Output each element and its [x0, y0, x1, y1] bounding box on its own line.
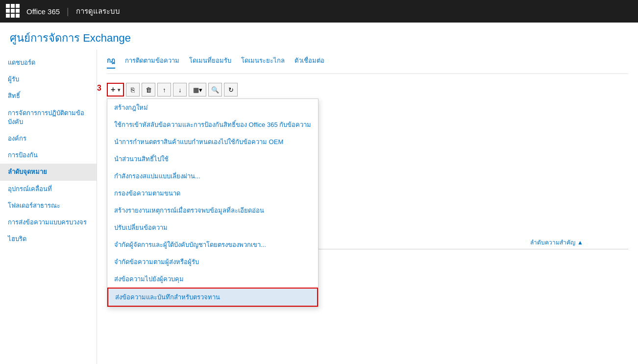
dropdown-item-8[interactable]: จำกัดผู้จัดการและผู้ใต้บังคับบัญชาโดยตรง…: [107, 236, 318, 253]
sidebar-item-compliance[interactable]: การจัดการการปฏิบัติตามข้อบังคับ: [0, 105, 97, 130]
dropdown-item-2[interactable]: นำการกำหนดตราสินค้าแบบกำหนดเองไปใช้กับข้…: [107, 133, 318, 150]
dropdown-item-7[interactable]: ปรับเปลี่ยนข้อความ: [107, 219, 318, 236]
move-up-button[interactable]: ↑: [157, 83, 171, 97]
copy-button[interactable]: ⎘: [126, 83, 140, 97]
sidebar: แดชบอร์ด ผู้รับ สิทธิ์ การจัดการการปฏิบั…: [0, 49, 97, 364]
col-priority-header[interactable]: ลำดับความสำคัญ ▲: [530, 238, 628, 247]
row-number: 3: [97, 84, 101, 93]
search-button[interactable]: 🔍: [208, 83, 222, 97]
content-area: กฎ การติดตามข้อความ โดเมนที่ยอมรับ โดเมน…: [97, 49, 638, 364]
refresh-icon: ↻: [228, 86, 234, 94]
sidebar-item-mobile[interactable]: อุปกรณ์เคลื่อนที่: [0, 181, 97, 197]
delete-icon: 🗑: [146, 86, 152, 94]
sidebar-item-recipients[interactable]: ผู้รับ: [0, 71, 97, 88]
page-title: ศูนย์การจัดการ Exchange: [10, 29, 628, 47]
sidebar-item-hybrid[interactable]: ไฮบริด: [0, 231, 97, 247]
topbar: Office 365 | การดูแลระบบ: [0, 0, 638, 23]
arrow-up-icon: ↑: [163, 86, 166, 94]
sidebar-item-dashboard[interactable]: แดชบอร์ด: [0, 54, 97, 71]
dropdown-item-1[interactable]: ใช้การเข้าหัสลับข้อความและการป้องกันสิทธ…: [107, 116, 318, 133]
toolbar: 3 + ▾ ⎘ 🗑 ↑ ↓: [107, 79, 628, 98]
sidebar-item-mail-flow[interactable]: ลำดับจุดหมาย: [0, 164, 97, 180]
delete-button[interactable]: 🗑: [142, 83, 155, 97]
tab-accepted-domains[interactable]: โดเมนที่ยอมรับ: [189, 55, 231, 69]
add-button[interactable]: + ▾: [107, 83, 124, 97]
sidebar-item-unified-messaging[interactable]: การส่งข้อความแบบครบวงจร: [0, 214, 97, 231]
waffle-icon[interactable]: [6, 4, 21, 19]
arrow-down-icon: ↓: [178, 86, 182, 94]
dropdown-item-4[interactable]: กำสังกรองสแปมแบบเลี่ยงผ่าน...: [107, 168, 318, 185]
dropdown-item-10[interactable]: ส่งข้อความไปยังผู้ควบคุม: [107, 270, 318, 288]
dropdown-item-0[interactable]: สร้างกฎใหม่: [107, 99, 318, 116]
dropdown-item-6[interactable]: สร้างรายงานเหตุการณ์เมื่อตรวจพบข้อมูลที่…: [107, 202, 318, 219]
columns-button[interactable]: ▦▾: [189, 83, 206, 97]
refresh-button[interactable]: ↻: [224, 83, 238, 97]
move-down-button[interactable]: ↓: [173, 83, 187, 97]
tab-rules[interactable]: กฎ: [107, 55, 115, 69]
tab-remote-domains[interactable]: โดเมนระยะไกล: [241, 55, 285, 69]
sidebar-item-protection[interactable]: การป้องกัน: [0, 147, 97, 164]
tab-connectors[interactable]: ตัวเชื่อมต่อ: [294, 55, 324, 69]
dropdown-menu: สร้างกฎใหม่ ใช้การเข้าหัสลับข้อความและกา…: [107, 98, 319, 307]
copy-icon: ⎘: [131, 86, 135, 94]
topbar-section: การดูแลระบบ: [76, 5, 120, 17]
columns-icon: ▦▾: [193, 86, 202, 94]
dropdown-item-5[interactable]: กรองข้อความตามขนาด: [107, 185, 318, 202]
page-header: ศูนย์การจัดการ Exchange: [0, 23, 638, 49]
sidebar-item-organization[interactable]: องค์กร: [0, 130, 97, 147]
tab-message-trace[interactable]: การติดตามข้อความ: [125, 55, 179, 69]
topbar-divider: |: [67, 6, 69, 17]
app-title: Office 365: [26, 7, 60, 16]
tab-bar: กฎ การติดตามข้อความ โดเมนที่ยอมรับ โดเมน…: [107, 49, 628, 74]
sidebar-item-public-folders[interactable]: โฟลเดอร์สาธารณะ: [0, 197, 97, 214]
dropdown-item-9[interactable]: จำกัดข้อความตามผู้ส่งหรือผู้รับ: [107, 253, 318, 270]
add-icon: +: [111, 85, 115, 94]
search-icon: 🔍: [211, 86, 219, 94]
sort-icon: ▲: [577, 239, 583, 246]
dropdown-item-3[interactable]: นำส่วนวนสิทธิ์ไปใช้: [107, 150, 318, 168]
add-dropdown-arrow: ▾: [118, 87, 120, 93]
sidebar-item-permissions[interactable]: สิทธิ์: [0, 88, 97, 104]
dropdown-item-11[interactable]: ส่งข้อความและบันทึกสำหรับตรวจทาน: [107, 288, 318, 307]
